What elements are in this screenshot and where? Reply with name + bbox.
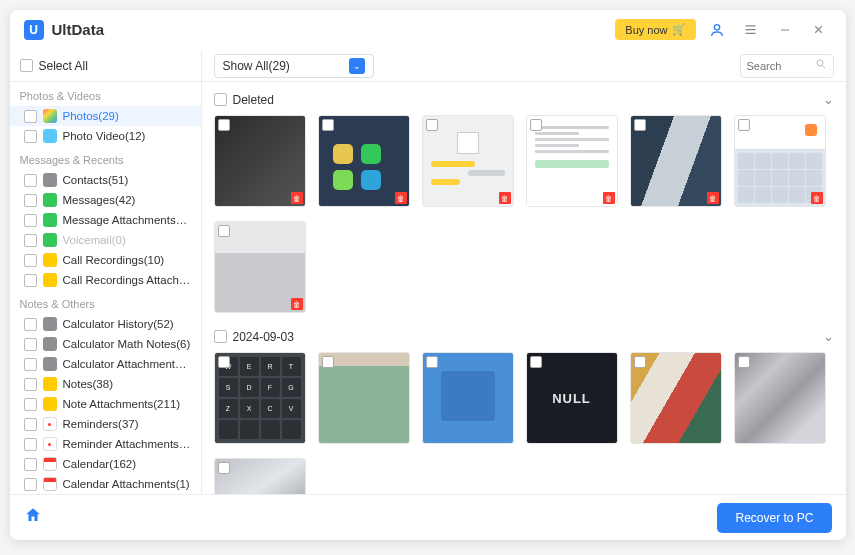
user-icon[interactable] — [704, 17, 730, 43]
photo-thumb[interactable]: WERTSDFGZXCV — [214, 352, 306, 444]
ic-notes-icon — [43, 377, 57, 391]
photo-thumb[interactable]: 🗑 — [422, 115, 514, 207]
thumb-checkbox[interactable] — [634, 119, 646, 131]
sidebar-item[interactable]: Calendar Attachments(1) — [10, 474, 201, 494]
sidebar-item[interactable]: Contacts(51) — [10, 170, 201, 190]
sidebar-item-checkbox[interactable] — [24, 478, 37, 491]
sidebar-item[interactable]: Notes(38) — [10, 374, 201, 394]
sidebar-item-label: Voicemail(0) — [63, 234, 126, 246]
ic-msgatt-icon — [43, 213, 57, 227]
sidebar-group-head: Notes & Others — [10, 290, 201, 314]
thumb-checkbox[interactable] — [426, 119, 438, 131]
sidebar-item-checkbox[interactable] — [24, 398, 37, 411]
photo-thumb[interactable] — [318, 352, 410, 444]
close-icon[interactable] — [806, 17, 832, 43]
buy-now-button[interactable]: Buy now 🛒 — [615, 19, 695, 40]
thumb-checkbox[interactable] — [426, 356, 438, 368]
thumb-checkbox[interactable] — [322, 356, 334, 368]
sidebar-item[interactable]: Photos(29) — [10, 106, 201, 126]
thumb-checkbox[interactable] — [634, 356, 646, 368]
sidebar-scroll[interactable]: Photos & VideosPhotos(29)Photo Video(12)… — [10, 82, 201, 494]
hamburger-icon[interactable] — [738, 17, 764, 43]
section-head[interactable]: 2024-09-03⌄ — [214, 327, 834, 352]
thumb-checkbox[interactable] — [738, 356, 750, 368]
sidebar-item[interactable]: Calculator Math Notes(6) — [10, 334, 201, 354]
sidebar-item-checkbox[interactable] — [24, 214, 37, 227]
sidebar-item-checkbox[interactable] — [24, 110, 37, 123]
home-button[interactable] — [24, 506, 48, 530]
titlebar: U UltData Buy now 🛒 — [10, 10, 846, 50]
chevron-down-icon[interactable]: ⌄ — [823, 329, 834, 344]
sidebar-item[interactable]: Photo Video(12) — [10, 126, 201, 146]
photo-thumb[interactable]: 🗑 — [630, 115, 722, 207]
thumb-checkbox[interactable] — [218, 462, 230, 474]
section-title: Deleted — [233, 93, 274, 107]
sidebar-item-checkbox[interactable] — [24, 274, 37, 287]
select-all-row[interactable]: Select All — [10, 50, 201, 82]
sidebar-item[interactable]: Call Recordings Attachment... — [10, 270, 201, 290]
photo-thumb[interactable]: 🗑 — [214, 221, 306, 313]
thumb-checkbox[interactable] — [738, 119, 750, 131]
sidebar-item[interactable]: Calendar(162) — [10, 454, 201, 474]
filter-select[interactable]: Show All(29) ⌄ — [214, 54, 374, 78]
app-window: U UltData Buy now 🛒 Select All Photos & … — [10, 10, 846, 540]
photo-thumb[interactable]: 🗑 — [734, 115, 826, 207]
search-input[interactable] — [747, 60, 815, 72]
thumb-checkbox[interactable] — [218, 356, 230, 368]
sidebar-item[interactable]: Reminder Attachments(27) — [10, 434, 201, 454]
sidebar-item-checkbox[interactable] — [24, 338, 37, 351]
sidebar-item[interactable]: Message Attachments(16) — [10, 210, 201, 230]
ic-calendar-icon — [43, 477, 57, 491]
sidebar-item-checkbox[interactable] — [24, 254, 37, 267]
recover-button[interactable]: Recover to PC — [717, 503, 831, 533]
sidebar-item-label: Calendar(162) — [63, 458, 137, 470]
photo-thumb[interactable] — [734, 352, 826, 444]
thumb-checkbox[interactable] — [218, 119, 230, 131]
bottombar: Recover to PC — [10, 494, 846, 540]
sidebar: Select All Photos & VideosPhotos(29)Phot… — [10, 50, 202, 494]
thumb-checkbox[interactable] — [322, 119, 334, 131]
photo-thumb[interactable] — [214, 458, 306, 494]
sidebar-item[interactable]: Call Recordings(10) — [10, 250, 201, 270]
sidebar-item[interactable]: Calculator History(52) — [10, 314, 201, 334]
sidebar-item-checkbox[interactable] — [24, 358, 37, 371]
sidebar-item-checkbox[interactable] — [24, 234, 37, 247]
gallery[interactable]: Deleted⌄🗑🗑🗑🗑🗑🗑🗑2024-09-03⌄WERTSDFGZXCVNU… — [202, 82, 846, 494]
photo-thumb[interactable]: NULL — [526, 352, 618, 444]
search-box[interactable] — [740, 54, 834, 78]
search-icon — [815, 58, 827, 73]
thumb-checkbox[interactable] — [530, 356, 542, 368]
sidebar-item-checkbox[interactable] — [24, 438, 37, 451]
section-checkbox[interactable] — [214, 330, 227, 343]
thumb-row: 🗑 — [214, 221, 834, 313]
sidebar-item[interactable]: Note Attachments(211) — [10, 394, 201, 414]
thumb-row: 🗑🗑🗑🗑🗑🗑 — [214, 115, 834, 207]
sidebar-item[interactable]: Calculator Attachments(30) — [10, 354, 201, 374]
sidebar-item-checkbox[interactable] — [24, 130, 37, 143]
photo-thumb[interactable] — [630, 352, 722, 444]
thumb-checkbox[interactable] — [530, 119, 542, 131]
deleted-badge-icon: 🗑 — [291, 298, 303, 310]
sidebar-item-checkbox[interactable] — [24, 174, 37, 187]
photo-thumb[interactable]: 🗑 — [526, 115, 618, 207]
section-checkbox[interactable] — [214, 93, 227, 106]
sidebar-item-label: Calculator History(52) — [63, 318, 174, 330]
thumb-checkbox[interactable] — [218, 225, 230, 237]
deleted-badge-icon: 🗑 — [291, 192, 303, 204]
minimize-icon[interactable] — [772, 17, 798, 43]
sidebar-item-label: Reminders(37) — [63, 418, 139, 430]
sidebar-item-checkbox[interactable] — [24, 458, 37, 471]
sidebar-item[interactable]: Messages(42) — [10, 190, 201, 210]
sidebar-item[interactable]: Reminders(37) — [10, 414, 201, 434]
sidebar-item-checkbox[interactable] — [24, 318, 37, 331]
photo-thumb[interactable]: 🗑 — [318, 115, 410, 207]
photo-thumb[interactable] — [422, 352, 514, 444]
sidebar-item[interactable]: Voicemail(0) — [10, 230, 201, 250]
chevron-down-icon[interactable]: ⌄ — [823, 92, 834, 107]
sidebar-item-checkbox[interactable] — [24, 194, 37, 207]
select-all-checkbox[interactable] — [20, 59, 33, 72]
section-head[interactable]: Deleted⌄ — [214, 90, 834, 115]
sidebar-item-checkbox[interactable] — [24, 378, 37, 391]
sidebar-item-checkbox[interactable] — [24, 418, 37, 431]
photo-thumb[interactable]: 🗑 — [214, 115, 306, 207]
